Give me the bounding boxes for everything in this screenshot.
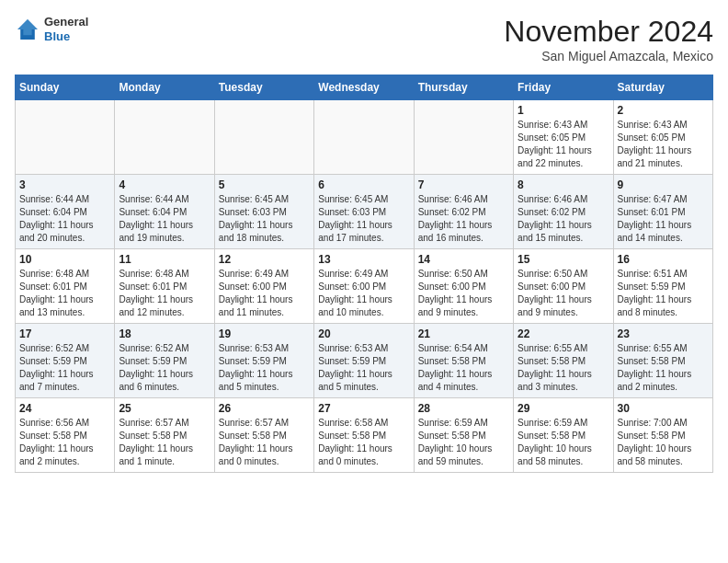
day-number: 27 [318, 402, 409, 415]
calendar-day-cell: 23Sunrise: 6:55 AM Sunset: 5:58 PM Dayli… [613, 324, 712, 398]
weekday-header: Sunday [16, 75, 115, 100]
day-info: Sunrise: 6:43 AM Sunset: 6:05 PM Dayligh… [518, 119, 609, 170]
day-info: Sunrise: 6:49 AM Sunset: 6:00 PM Dayligh… [219, 268, 310, 319]
logo-general: General [44, 15, 88, 29]
day-number: 9 [618, 178, 709, 191]
day-number: 22 [518, 327, 609, 340]
day-info: Sunrise: 6:45 AM Sunset: 6:03 PM Dayligh… [219, 193, 310, 245]
calendar-day-cell: 6Sunrise: 6:45 AM Sunset: 6:03 PM Daylig… [314, 175, 414, 249]
day-number: 19 [219, 327, 310, 340]
location: San Miguel Amazcala, Mexico [504, 49, 713, 63]
calendar-day-cell: 28Sunrise: 6:59 AM Sunset: 5:58 PM Dayli… [414, 398, 513, 473]
calendar-day-cell: 17Sunrise: 6:52 AM Sunset: 5:59 PM Dayli… [16, 324, 115, 398]
page-header: General Blue November 2024 San Miguel Am… [15, 15, 713, 63]
day-number: 15 [518, 253, 609, 266]
calendar-day-cell: 1Sunrise: 6:43 AM Sunset: 6:05 PM Daylig… [514, 100, 613, 175]
calendar-day-cell: 13Sunrise: 6:49 AM Sunset: 6:00 PM Dayli… [314, 249, 414, 324]
day-info: Sunrise: 6:43 AM Sunset: 6:05 PM Dayligh… [618, 119, 709, 170]
calendar-day-cell: 19Sunrise: 6:53 AM Sunset: 5:59 PM Dayli… [214, 324, 313, 398]
weekday-header: Monday [115, 75, 214, 100]
calendar-day-cell: 14Sunrise: 6:50 AM Sunset: 6:00 PM Dayli… [414, 249, 513, 324]
calendar-day-cell [214, 100, 313, 175]
calendar-day-cell: 26Sunrise: 6:57 AM Sunset: 5:58 PM Dayli… [214, 398, 313, 473]
calendar-day-cell: 16Sunrise: 6:51 AM Sunset: 5:59 PM Dayli… [613, 249, 712, 324]
calendar-day-cell: 7Sunrise: 6:46 AM Sunset: 6:02 PM Daylig… [414, 175, 513, 249]
day-number: 21 [418, 327, 509, 340]
day-number: 12 [219, 253, 310, 266]
calendar-day-cell: 11Sunrise: 6:48 AM Sunset: 6:01 PM Dayli… [115, 249, 214, 324]
day-number: 23 [618, 327, 709, 340]
day-info: Sunrise: 6:56 AM Sunset: 5:58 PM Dayligh… [19, 417, 110, 468]
calendar-day-cell: 24Sunrise: 6:56 AM Sunset: 5:58 PM Dayli… [16, 398, 115, 473]
day-info: Sunrise: 6:45 AM Sunset: 6:03 PM Dayligh… [318, 193, 409, 245]
day-info: Sunrise: 6:50 AM Sunset: 6:00 PM Dayligh… [418, 268, 509, 319]
day-info: Sunrise: 6:48 AM Sunset: 6:01 PM Dayligh… [119, 268, 210, 319]
day-info: Sunrise: 6:58 AM Sunset: 5:58 PM Dayligh… [318, 417, 409, 468]
calendar-week-row: 17Sunrise: 6:52 AM Sunset: 5:59 PM Dayli… [16, 324, 713, 398]
day-number: 17 [19, 327, 110, 340]
calendar-day-cell: 20Sunrise: 6:53 AM Sunset: 5:59 PM Dayli… [314, 324, 414, 398]
day-info: Sunrise: 6:57 AM Sunset: 5:58 PM Dayligh… [119, 417, 210, 468]
logo: General Blue [15, 15, 88, 43]
day-info: Sunrise: 6:47 AM Sunset: 6:01 PM Dayligh… [618, 193, 709, 245]
day-info: Sunrise: 6:53 AM Sunset: 5:59 PM Dayligh… [318, 342, 409, 394]
calendar-day-cell: 5Sunrise: 6:45 AM Sunset: 6:03 PM Daylig… [214, 175, 313, 249]
calendar-week-row: 1Sunrise: 6:43 AM Sunset: 6:05 PM Daylig… [16, 100, 713, 175]
day-number: 8 [518, 178, 609, 191]
calendar-day-cell: 4Sunrise: 6:44 AM Sunset: 6:04 PM Daylig… [115, 175, 214, 249]
calendar-day-cell: 2Sunrise: 6:43 AM Sunset: 6:05 PM Daylig… [613, 100, 712, 175]
calendar-day-cell: 27Sunrise: 6:58 AM Sunset: 5:58 PM Dayli… [314, 398, 414, 473]
calendar-day-cell [414, 100, 513, 175]
calendar-day-cell: 9Sunrise: 6:47 AM Sunset: 6:01 PM Daylig… [613, 175, 712, 249]
weekday-header: Friday [514, 75, 613, 100]
day-info: Sunrise: 6:53 AM Sunset: 5:59 PM Dayligh… [219, 342, 310, 394]
day-number: 26 [219, 402, 310, 415]
day-number: 18 [119, 327, 210, 340]
day-number: 6 [318, 178, 409, 191]
day-info: Sunrise: 6:59 AM Sunset: 5:58 PM Dayligh… [418, 417, 509, 468]
day-number: 1 [518, 104, 609, 117]
day-info: Sunrise: 6:49 AM Sunset: 6:00 PM Dayligh… [318, 268, 409, 319]
day-number: 25 [119, 402, 210, 415]
day-info: Sunrise: 6:51 AM Sunset: 5:59 PM Dayligh… [618, 268, 709, 319]
day-number: 5 [219, 178, 310, 191]
day-number: 2 [618, 104, 709, 117]
day-info: Sunrise: 6:52 AM Sunset: 5:59 PM Dayligh… [119, 342, 210, 394]
weekday-header: Thursday [414, 75, 513, 100]
calendar-day-cell [314, 100, 414, 175]
day-number: 3 [19, 178, 110, 191]
day-number: 4 [119, 178, 210, 191]
logo-blue: Blue [44, 29, 88, 44]
calendar-day-cell: 15Sunrise: 6:50 AM Sunset: 6:00 PM Dayli… [514, 249, 613, 324]
day-number: 29 [518, 402, 609, 415]
logo-text: General Blue [44, 15, 88, 43]
calendar-day-cell: 22Sunrise: 6:55 AM Sunset: 5:58 PM Dayli… [514, 324, 613, 398]
day-info: Sunrise: 6:48 AM Sunset: 6:01 PM Dayligh… [19, 268, 110, 319]
calendar-header-row: SundayMondayTuesdayWednesdayThursdayFrid… [16, 75, 713, 100]
day-number: 14 [418, 253, 509, 266]
day-info: Sunrise: 6:55 AM Sunset: 5:58 PM Dayligh… [618, 342, 709, 394]
calendar-table: SundayMondayTuesdayWednesdayThursdayFrid… [15, 75, 713, 473]
calendar-week-row: 10Sunrise: 6:48 AM Sunset: 6:01 PM Dayli… [16, 249, 713, 324]
month-title: November 2024 [504, 15, 713, 49]
day-info: Sunrise: 6:44 AM Sunset: 6:04 PM Dayligh… [19, 193, 110, 245]
calendar-week-row: 3Sunrise: 6:44 AM Sunset: 6:04 PM Daylig… [16, 175, 713, 249]
calendar-day-cell: 25Sunrise: 6:57 AM Sunset: 5:58 PM Dayli… [115, 398, 214, 473]
day-info: Sunrise: 6:55 AM Sunset: 5:58 PM Dayligh… [518, 342, 609, 394]
calendar-day-cell: 10Sunrise: 6:48 AM Sunset: 6:01 PM Dayli… [16, 249, 115, 324]
weekday-header: Saturday [613, 75, 712, 100]
day-info: Sunrise: 6:44 AM Sunset: 6:04 PM Dayligh… [119, 193, 210, 245]
day-number: 10 [19, 253, 110, 266]
day-number: 7 [418, 178, 509, 191]
calendar-day-cell: 12Sunrise: 6:49 AM Sunset: 6:00 PM Dayli… [214, 249, 313, 324]
calendar-day-cell: 21Sunrise: 6:54 AM Sunset: 5:58 PM Dayli… [414, 324, 513, 398]
weekday-header: Tuesday [214, 75, 313, 100]
weekday-header: Wednesday [314, 75, 414, 100]
day-info: Sunrise: 6:59 AM Sunset: 5:58 PM Dayligh… [518, 417, 609, 468]
logo-icon [15, 17, 40, 42]
calendar-day-cell: 8Sunrise: 6:46 AM Sunset: 6:02 PM Daylig… [514, 175, 613, 249]
day-info: Sunrise: 6:46 AM Sunset: 6:02 PM Dayligh… [518, 193, 609, 245]
title-block: November 2024 San Miguel Amazcala, Mexic… [504, 15, 713, 63]
day-info: Sunrise: 6:54 AM Sunset: 5:58 PM Dayligh… [418, 342, 509, 394]
day-number: 11 [119, 253, 210, 266]
